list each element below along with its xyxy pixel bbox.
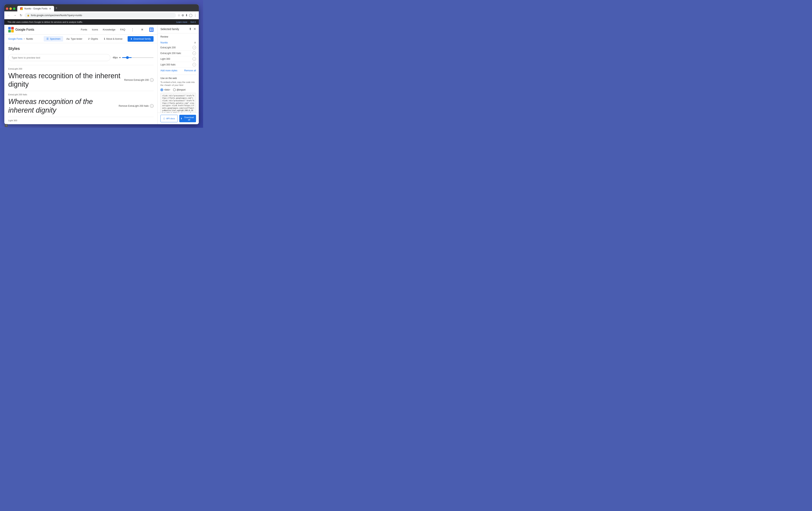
font-style-label-el200i: ExtraLight 200 Italic — [8, 93, 153, 96]
google-fonts-logo[interactable]: Google Fonts — [8, 27, 34, 32]
nav-knowledge[interactable]: Knowledge — [103, 28, 115, 31]
font-size-control: 48px ▾ — [113, 56, 153, 59]
tab-about-label: About & license — [106, 37, 122, 40]
remove-extralight200italic-button[interactable]: Remove ExtraLight 200 Italic − — [119, 104, 153, 108]
maximize-traffic-light[interactable] — [13, 7, 15, 10]
download-icon: ⬇ — [130, 37, 132, 40]
url-text: fonts.google.com/specimen/Nunito?query=n… — [31, 14, 82, 17]
font-size-slider[interactable] — [122, 57, 153, 58]
forward-button[interactable]: → — [12, 13, 17, 18]
link-option[interactable]: <link> — [161, 88, 170, 91]
font-preview-text-el200i: Whereas recognition of the inherent dign… — [8, 97, 119, 114]
traffic-lights — [6, 7, 15, 10]
api-docs-button[interactable]: ⬡ API docs — [161, 115, 178, 122]
about-icon: ℹ — [104, 37, 105, 40]
style-l300i-name: Light 300 Italic — [161, 63, 176, 66]
tab-type-tester-label: Type tester — [70, 37, 82, 40]
close-traffic-light[interactable] — [6, 7, 8, 10]
font-size-value: 48px — [113, 56, 118, 59]
breadcrumb: Google Fonts > Nunito — [8, 37, 33, 40]
style-el200-name: ExtraLight 200 — [161, 46, 176, 49]
tab-specimen-label: Specimen — [50, 37, 60, 40]
profile-icon[interactable]: ◯ — [189, 13, 193, 17]
menu-icon[interactable]: ⋮ — [194, 13, 197, 17]
tab-specimen[interactable]: ☰ Specimen — [44, 36, 63, 41]
download-family-label: Download family — [134, 37, 151, 40]
add-more-styles-link[interactable]: Add more styles — [161, 69, 177, 72]
extensions-icon[interactable]: ⊕ — [181, 13, 184, 17]
import-option-label: @import — [177, 88, 185, 91]
theme-toggle-icon[interactable]: ☀ — [140, 27, 145, 33]
share-icon[interactable]: ⬆ — [189, 27, 192, 31]
new-tab-button[interactable]: + — [55, 6, 57, 10]
tab-favicon — [20, 7, 23, 10]
back-button[interactable]: ← — [6, 13, 11, 18]
more-options-icon[interactable]: ⋮ — [130, 27, 135, 33]
font-size-dropdown-icon[interactable]: ▾ — [119, 56, 120, 59]
nav-icons[interactable]: Icons — [92, 28, 98, 31]
sub-nav-tabs: ☰ Specimen Aa Type tester ∂ Glyphs ℹ Abo… — [44, 36, 125, 41]
remove-style-el200i-button[interactable]: − — [193, 52, 196, 55]
download-family-button[interactable]: ⬇ Download family — [127, 36, 153, 42]
apps-menu-button[interactable] — [149, 28, 153, 32]
family-header[interactable]: Nunito ∧ — [161, 40, 196, 45]
styles-section: Styles 48px ▾ ExtraLight 200 Whereas rec… — [4, 43, 157, 124]
refresh-button[interactable]: ↻ — [19, 12, 23, 18]
learn-more-link[interactable]: Learn more — [176, 21, 187, 23]
link-radio[interactable] — [161, 88, 163, 91]
remove-style-l300i-button[interactable]: − — [193, 63, 196, 66]
preview-controls: 48px ▾ — [8, 54, 153, 61]
import-option[interactable]: @import — [173, 88, 185, 91]
active-tab[interactable]: Nunito - Google Fonts ✕ — [17, 6, 54, 11]
tab-glyphs[interactable]: ∂ Glyphs — [86, 36, 101, 41]
cookie-message: This site uses cookies from Google to de… — [7, 21, 83, 23]
review-label: Review — [161, 35, 196, 38]
browser-toolbar-icons: ☆ ⊕ ⬇ ◯ ⋮ — [177, 13, 197, 17]
download-all-button[interactable]: ⬇ Download all — [179, 115, 196, 122]
nav-faq[interactable]: FAQ — [120, 28, 125, 31]
tab-close-button[interactable]: ✕ — [49, 7, 51, 10]
got-it-link[interactable]: Got it — [191, 21, 196, 23]
font-preview-text-l300: Whereas recognition of the inherent dign… — [8, 123, 130, 124]
download-icon[interactable]: ⬇ — [185, 13, 188, 17]
nav-fonts[interactable]: Fonts — [81, 28, 87, 31]
import-radio[interactable] — [173, 88, 176, 91]
feedback-button[interactable]: ! — [5, 124, 8, 127]
grid-dot — [152, 29, 152, 29]
svg-rect-1 — [11, 27, 14, 29]
grid-dot — [150, 29, 151, 29]
download-all-icon: ⬇ — [180, 117, 182, 120]
type-tester-icon: Aa — [66, 37, 69, 40]
remove-el200i-icon: − — [150, 104, 153, 108]
fonts-content: Google Fonts Fonts Icons Knowledge FAQ ⋮… — [4, 25, 157, 124]
minimize-traffic-light[interactable] — [9, 7, 12, 10]
remove-extralight200-button[interactable]: Remove ExtraLight 200 − — [124, 78, 153, 82]
api-docs-icon: ⬡ — [163, 117, 165, 120]
link-option-label: <link> — [164, 88, 170, 91]
nav-links: Fonts Icons Knowledge FAQ ⋮ ☀ — [81, 27, 153, 33]
preview-input[interactable] — [8, 54, 110, 61]
font-style-row-light300: Light 300 Whereas recognition of the inh… — [8, 117, 153, 124]
svg-rect-3 — [11, 30, 14, 32]
lock-icon: 🔒 — [27, 14, 30, 17]
bookmark-icon[interactable]: ☆ — [177, 13, 180, 17]
right-panel: Selected family ⬆ ✕ Review Nunito ∧ Extr… — [157, 25, 199, 124]
link-radio-inner — [161, 89, 163, 90]
remove-style-l300-button[interactable]: − — [193, 57, 196, 61]
remove-style-el200-button[interactable]: − — [193, 46, 196, 49]
font-style-label-l300: Light 300 — [8, 119, 153, 122]
remove-all-link[interactable]: Remove all — [184, 69, 196, 72]
tab-about[interactable]: ℹ About & license — [101, 36, 125, 41]
use-on-web-desc: To embed a font, copy the code into the … — [161, 81, 196, 87]
tab-type-tester[interactable]: Aa Type tester — [63, 36, 85, 41]
font-preview-text-el200: Whereas recognition of the inherent dign… — [8, 71, 124, 88]
breadcrumb-current: Nunito — [26, 37, 33, 40]
tab-glyphs-label: Glyphs — [91, 37, 98, 40]
family-name: Nunito — [161, 41, 168, 44]
url-bar[interactable]: 🔒 fonts.google.com/specimen/Nunito?query… — [25, 13, 176, 18]
style-item-l300i: Light 300 Italic − — [161, 62, 196, 68]
code-block: <link rel="preconnect" href="https://fon… — [161, 93, 196, 113]
breadcrumb-parent[interactable]: Google Fonts — [8, 37, 22, 40]
address-bar: ← → ↻ 🔒 fonts.google.com/specimen/Nunito… — [4, 11, 199, 19]
close-panel-icon[interactable]: ✕ — [194, 27, 196, 31]
